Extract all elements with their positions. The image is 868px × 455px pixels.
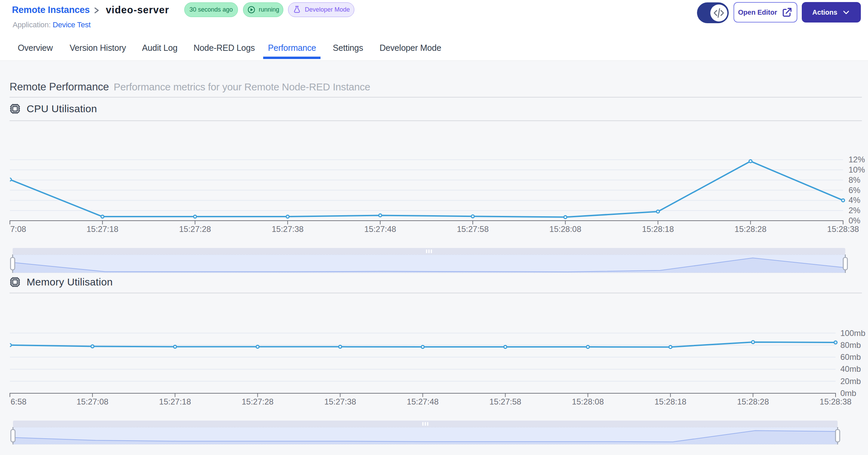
svg-text:15:28:28: 15:28:28 (737, 397, 769, 406)
svg-text:15:27:28: 15:27:28 (242, 397, 273, 406)
svg-text:15:27:28: 15:27:28 (179, 224, 211, 234)
svg-text:15:27:38: 15:27:38 (272, 224, 303, 234)
svg-text:15:27:48: 15:27:48 (364, 224, 396, 234)
svg-text:2%: 2% (849, 206, 860, 215)
svg-text:60mb: 60mb (840, 352, 861, 362)
svg-text:15:27:18: 15:27:18 (159, 397, 191, 406)
svg-text:15:27:58: 15:27:58 (489, 397, 521, 406)
svg-text:6%: 6% (849, 186, 860, 195)
svg-text:10%: 10% (849, 165, 865, 174)
svg-text:6:58: 6:58 (11, 397, 27, 406)
svg-text:40mb: 40mb (840, 364, 861, 373)
svg-text:20mb: 20mb (840, 377, 861, 386)
svg-text:15:28:18: 15:28:18 (654, 397, 686, 406)
svg-text:15:27:38: 15:27:38 (324, 397, 356, 406)
svg-text:15:28:08: 15:28:08 (572, 397, 604, 406)
svg-text:100mb: 100mb (840, 328, 865, 338)
svg-text:15:27:18: 15:27:18 (86, 224, 118, 234)
svg-text:12%: 12% (849, 155, 865, 164)
svg-text:15:28:28: 15:28:28 (735, 224, 766, 234)
svg-text:8%: 8% (849, 175, 860, 185)
svg-text:15:28:38: 15:28:38 (827, 224, 859, 234)
svg-text:15:28:08: 15:28:08 (550, 224, 581, 234)
svg-text:0mb: 0mb (840, 388, 856, 398)
svg-text:15:28:18: 15:28:18 (642, 224, 674, 234)
svg-text:15:28:38: 15:28:38 (820, 397, 851, 406)
svg-text:7:08: 7:08 (10, 224, 26, 234)
svg-text:80mb: 80mb (840, 340, 861, 350)
svg-text:0%: 0% (849, 216, 860, 225)
svg-text:15:27:48: 15:27:48 (407, 397, 439, 406)
svg-text:15:27:08: 15:27:08 (76, 397, 108, 406)
svg-text:4%: 4% (849, 195, 860, 205)
svg-text:15:27:58: 15:27:58 (457, 224, 488, 234)
